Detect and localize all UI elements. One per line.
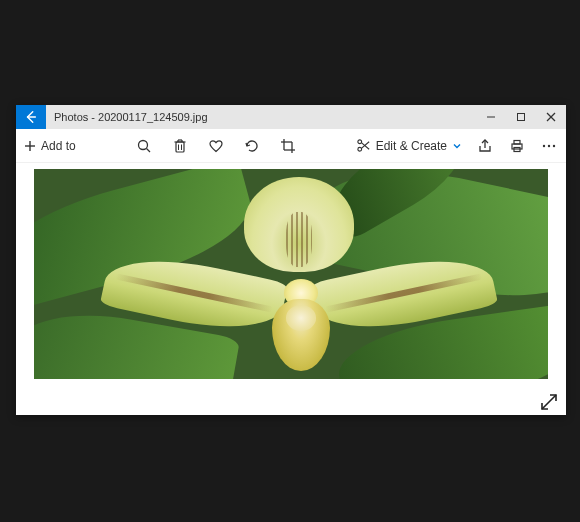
photos-app-window: Photos - 20200117_124509.jpg Add to [16,105,566,415]
crop-icon [280,138,296,154]
toolbar-right: Edit & Create [356,137,558,155]
zoom-button[interactable] [135,137,153,155]
delete-icon [173,138,187,154]
rotate-icon [244,138,260,154]
zoom-icon [136,138,152,154]
chevron-down-icon [452,141,462,151]
expand-diagonal-icon [538,391,560,413]
heart-icon [208,138,224,154]
svg-point-7 [138,140,147,149]
svg-line-23 [361,142,369,149]
rotate-button[interactable] [243,137,261,155]
close-icon [546,112,556,122]
svg-line-8 [146,148,150,152]
maximize-button[interactable] [506,105,536,129]
minimize-icon [486,112,496,122]
svg-point-29 [548,144,550,146]
fullscreen-button[interactable] [538,391,560,413]
add-to-button[interactable]: Add to [24,139,76,153]
add-to-label: Add to [41,139,76,153]
favorite-button[interactable] [207,137,225,155]
window-title: Photos - 20200117_124509.jpg [46,105,476,129]
print-icon [509,138,525,154]
print-button[interactable] [508,137,526,155]
close-button[interactable] [536,105,566,129]
share-icon [477,138,493,154]
svg-line-22 [361,143,369,150]
crop-button[interactable] [279,137,297,155]
toolbar: Add to Edit & Create [16,129,566,163]
maximize-icon [516,112,526,122]
photo-viewport [16,163,566,415]
svg-rect-26 [514,140,520,144]
back-button[interactable] [16,105,46,129]
svg-point-28 [543,144,545,146]
more-icon [541,138,557,154]
more-button[interactable] [540,137,558,155]
minimize-button[interactable] [476,105,506,129]
edit-create-button[interactable]: Edit & Create [356,138,462,153]
svg-point-30 [553,144,555,146]
photo-image[interactable] [34,169,548,379]
svg-rect-2 [518,114,525,121]
scissors-icon [356,138,371,153]
plus-icon [24,140,36,152]
delete-button[interactable] [171,137,189,155]
toolbar-center [76,137,356,155]
photo-content [272,299,330,371]
titlebar: Photos - 20200117_124509.jpg [16,105,566,129]
window-controls [476,105,566,129]
edit-create-label: Edit & Create [376,139,447,153]
svg-line-31 [542,395,556,409]
share-button[interactable] [476,137,494,155]
photo-content [244,177,354,272]
back-arrow-icon [24,110,38,124]
svg-rect-9 [176,142,184,152]
